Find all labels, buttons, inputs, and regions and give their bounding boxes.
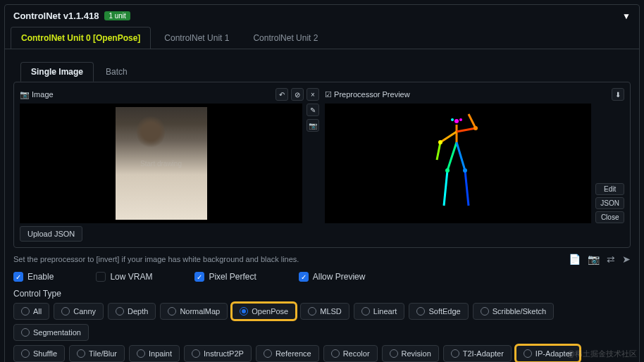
- close-button[interactable]: Close: [595, 211, 624, 223]
- radio-canny[interactable]: Canny: [54, 303, 104, 320]
- preview-label: Preprocessor Preview: [334, 90, 410, 99]
- svg-point-2: [459, 118, 462, 121]
- svg-line-5: [437, 142, 440, 160]
- tab-unit-0[interactable]: ControlNet Unit 0 [OpenPose]: [11, 27, 151, 49]
- svg-point-12: [438, 140, 442, 144]
- tab-unit-1[interactable]: ControlNet Unit 1: [154, 27, 240, 49]
- control-type-label: Control Type: [13, 289, 631, 299]
- control-type-row2: ShuffleTile/BlurInpaintInstructP2PRefere…: [13, 345, 631, 362]
- preview-box: ☑ Preprocessor Preview ⬇: [325, 88, 624, 242]
- radio-depth[interactable]: Depth: [108, 303, 156, 320]
- svg-point-0: [454, 119, 459, 123]
- tab-unit-2[interactable]: ControlNet Unit 2: [242, 27, 328, 49]
- hint-text: Set the preprocessor to [invert] if your…: [13, 255, 299, 263]
- radio-instructp2p[interactable]: InstructP2P: [184, 345, 252, 362]
- radio-segmentation[interactable]: Segmentation: [13, 324, 89, 341]
- undo-icon[interactable]: ↶: [275, 88, 288, 101]
- radio-all[interactable]: All: [13, 303, 49, 320]
- source-image-box: 📷 Image ↶ ⊘ × Start drawing ✎ 📷: [20, 88, 319, 242]
- svg-point-14: [445, 168, 450, 173]
- radio-shuffle[interactable]: Shuffle: [13, 345, 65, 362]
- radio-tile-blur[interactable]: Tile/Blur: [69, 345, 125, 362]
- panel-title: ControlNet v1.1.418: [13, 11, 99, 21]
- mode-tabs: Single Image Batch: [13, 56, 631, 82]
- radio-softedge[interactable]: SoftEdge: [409, 303, 468, 320]
- clear-icon[interactable]: ⊘: [291, 88, 304, 101]
- drawing-hint: Start drawing: [140, 160, 182, 168]
- control-type-row1: AllCannyDepthNormalMapOpenPoseMLSDLinear…: [13, 303, 631, 341]
- source-image[interactable]: Start drawing: [116, 107, 207, 220]
- pixel-perfect-checkbox[interactable]: ✓Pixel Perfect: [194, 272, 256, 282]
- enable-checkbox[interactable]: ✓Enable: [13, 272, 54, 282]
- pose-preview: [409, 107, 507, 220]
- close-icon[interactable]: ×: [306, 88, 319, 101]
- tab-single-image[interactable]: Single Image: [20, 62, 94, 82]
- camera-icon[interactable]: 📷: [306, 119, 319, 132]
- radio-mlsd[interactable]: MLSD: [300, 303, 349, 320]
- svg-point-13: [473, 126, 478, 130]
- radio-revision[interactable]: Revision: [382, 345, 439, 362]
- svg-line-9: [444, 170, 447, 206]
- watermark: @稀土掘金技术社区: [567, 349, 637, 359]
- svg-line-6: [457, 128, 476, 132]
- svg-line-11: [465, 170, 469, 206]
- svg-point-1: [451, 118, 454, 121]
- svg-line-10: [457, 142, 465, 170]
- json-button[interactable]: JSON: [595, 197, 624, 209]
- unit-badge: 1 unit: [104, 11, 130, 20]
- radio-openpose[interactable]: OpenPose: [232, 303, 296, 320]
- pencil-icon[interactable]: ✎: [306, 104, 319, 116]
- radio-reference[interactable]: Reference: [256, 345, 319, 362]
- svg-point-15: [463, 168, 467, 173]
- edit-button[interactable]: Edit: [595, 183, 624, 195]
- radio-lineart[interactable]: Lineart: [354, 303, 405, 320]
- radio-recolor[interactable]: Recolor: [323, 345, 378, 362]
- send-icon[interactable]: ➤: [622, 254, 631, 265]
- radio-t2i-adapter[interactable]: T2I-Adapter: [443, 345, 512, 362]
- radio-normalmap[interactable]: NormalMap: [160, 303, 228, 320]
- svg-line-7: [469, 114, 476, 128]
- svg-line-8: [447, 142, 457, 170]
- download-icon[interactable]: ⬇: [612, 88, 624, 101]
- camera-icon[interactable]: 📷: [588, 254, 600, 265]
- image-label: 📷 Image: [20, 90, 54, 99]
- upload-json-button[interactable]: Upload JSON: [20, 226, 82, 242]
- collapse-caret-icon[interactable]: ▼: [622, 11, 631, 21]
- unit-tabs: ControlNet Unit 0 [OpenPose] ControlNet …: [5, 27, 639, 49]
- lowvram-checkbox[interactable]: Low VRAM: [96, 272, 152, 282]
- tab-batch[interactable]: Batch: [95, 62, 138, 82]
- radio-scribble-sketch[interactable]: Scribble/Sketch: [473, 303, 554, 320]
- svg-line-4: [440, 132, 457, 142]
- swap-icon[interactable]: ⇄: [607, 254, 615, 265]
- radio-inpaint[interactable]: Inpaint: [129, 345, 180, 362]
- doc-icon[interactable]: 📄: [569, 254, 581, 265]
- allow-preview-checkbox[interactable]: ✓Allow Preview: [299, 272, 366, 282]
